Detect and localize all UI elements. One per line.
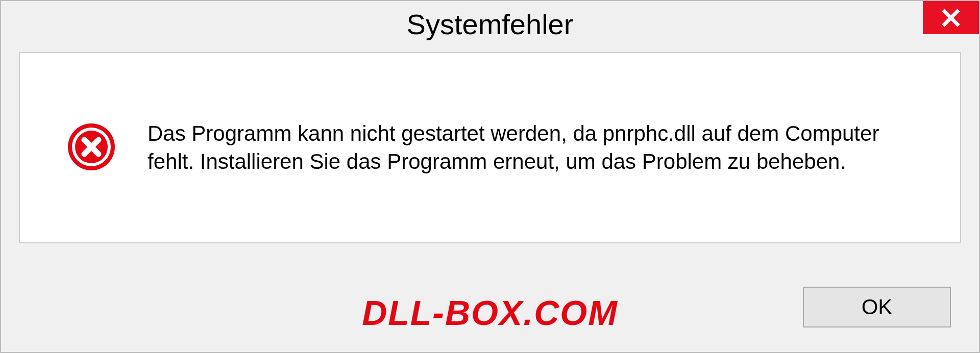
ok-button[interactable]: OK <box>803 287 951 327</box>
content-box: Das Programm kann nicht gestartet werden… <box>19 52 961 243</box>
ok-button-label: OK <box>862 295 893 319</box>
error-icon <box>66 121 117 174</box>
close-icon <box>941 8 961 28</box>
footer: DLL-BOX.COM OK <box>1 243 979 350</box>
titlebar: Systemfehler <box>1 1 979 47</box>
watermark-text: DLL-BOX.COM <box>362 293 618 333</box>
dialog-title: Systemfehler <box>407 8 574 41</box>
close-button[interactable] <box>923 1 979 34</box>
error-message: Das Programm kann nicht gestartet werden… <box>148 120 929 175</box>
